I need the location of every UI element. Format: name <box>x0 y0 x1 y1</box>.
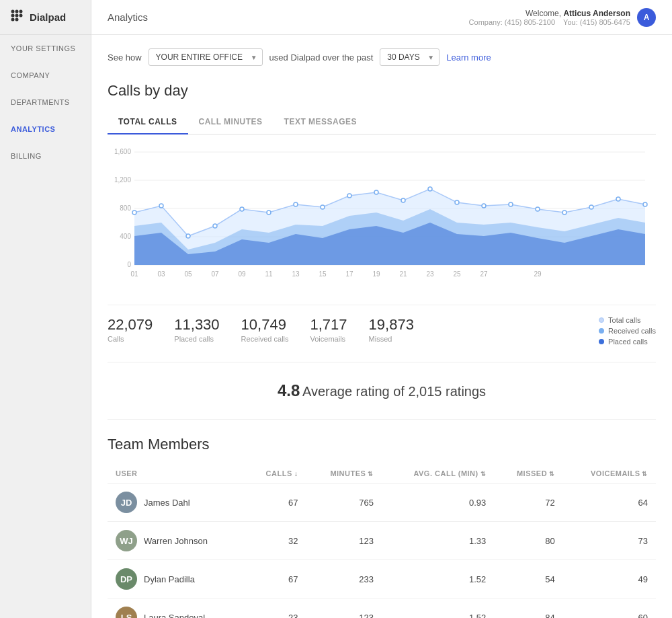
col-avg-call[interactable]: AVG. CALL (MIN) <box>382 464 494 484</box>
calls-by-day-section: Calls by day TOTAL CALLS CALL MINUTES TE… <box>108 82 656 356</box>
topbar: Analytics Welcome, Atticus Anderson Comp… <box>91 0 672 35</box>
legend-total-dot <box>599 317 604 323</box>
user-minutes-1: 123 <box>306 522 382 560</box>
svg-text:15: 15 <box>319 270 327 278</box>
tab-call-minutes[interactable]: CALL MINUTES <box>188 110 274 134</box>
chart-legend: Total calls Received calls Placed calls <box>599 316 656 346</box>
stat-missed: 19,873 Missed <box>369 316 414 343</box>
table-head: USER CALLS MINUTES AVG. CALL (MIN) MISSE… <box>108 464 656 484</box>
user-name-1: Warren Johnson <box>144 536 208 546</box>
learn-more-link[interactable]: Learn more <box>446 52 491 63</box>
logo-area: Dialpad <box>0 0 91 35</box>
stat-missed-value: 19,873 <box>369 316 414 334</box>
stat-missed-label: Missed <box>369 335 414 343</box>
chart-tabs: TOTAL CALLS CALL MINUTES TEXT MESSAGES <box>108 110 656 134</box>
sidebar-item-analytics[interactable]: ANALYTICS <box>0 116 91 143</box>
days-dropdown-wrapper: 30 DAYS 7 DAYS 60 DAYS 90 DAYS ▼ <box>380 48 439 66</box>
svg-text:07: 07 <box>211 270 219 278</box>
svg-point-22 <box>159 204 163 208</box>
svg-point-32 <box>428 187 432 191</box>
col-user: USER <box>108 464 245 484</box>
avatar: A <box>637 8 656 27</box>
stats-row: 22,079 Calls 11,330 Placed calls 10,749 … <box>108 305 656 356</box>
stat-voicemails-label: Voicemails <box>310 335 347 343</box>
tab-total-calls[interactable]: TOTAL CALLS <box>108 110 188 134</box>
svg-text:09: 09 <box>238 270 246 278</box>
stat-calls-value: 22,079 <box>108 316 153 334</box>
svg-text:0: 0 <box>127 261 131 268</box>
svg-text:800: 800 <box>120 204 131 212</box>
sidebar: Dialpad YOUR SETTINGSCOMPANYDEPARTMENTSA… <box>0 0 91 618</box>
svg-point-27 <box>294 202 298 206</box>
user-calls-1: 32 <box>245 522 306 560</box>
svg-text:19: 19 <box>372 270 380 278</box>
user-missed-1: 80 <box>494 522 562 560</box>
legend-placed-dot <box>599 339 604 344</box>
svg-text:400: 400 <box>120 233 131 240</box>
sidebar-item-billing[interactable]: BILLING <box>0 143 91 169</box>
office-dropdown[interactable]: YOUR ENTIRE OFFICE My Team All Teams <box>149 48 263 66</box>
stat-placed-value: 11,330 <box>174 316 219 334</box>
table-body: JD James Dahl 67 765 0.93 72 64 WJ Warre… <box>108 484 656 619</box>
user-avg-call-0: 0.93 <box>382 484 494 522</box>
col-voicemails[interactable]: VOICEMAILS <box>563 464 656 484</box>
stat-received-value: 10,749 <box>241 316 289 334</box>
col-missed[interactable]: MISSED <box>494 464 562 484</box>
see-how-label: See how <box>108 52 142 63</box>
user-calls-3: 23 <box>245 598 306 619</box>
filter-bar: See how YOUR ENTIRE OFFICE My Team All T… <box>108 48 656 66</box>
stat-received: 10,749 Received calls <box>241 316 289 343</box>
user-avatar-1: WJ <box>116 530 137 551</box>
legend-placed: Placed calls <box>599 338 656 346</box>
stat-calls: 22,079 Calls <box>108 316 153 343</box>
user-missed-0: 72 <box>494 484 562 522</box>
user-avatar-3: LS <box>116 607 137 618</box>
sidebar-item-your-settings[interactable]: YOUR SETTINGS <box>0 35 91 62</box>
user-name-2: Dylan Padilla <box>144 574 195 584</box>
svg-text:05: 05 <box>184 270 192 278</box>
welcome-prefix: Welcome, <box>526 9 563 18</box>
user-minutes-2: 233 <box>306 560 382 598</box>
legend-received: Received calls <box>599 327 656 335</box>
col-calls[interactable]: CALLS <box>245 464 306 484</box>
svg-point-36 <box>536 207 540 211</box>
team-title: Team Members <box>108 436 656 453</box>
table-row: LS Laura Sandoval 23 123 1.52 84 60 <box>108 598 656 619</box>
svg-point-31 <box>401 198 405 202</box>
sidebar-item-company[interactable]: COMPANY <box>0 62 91 89</box>
days-dropdown[interactable]: 30 DAYS 7 DAYS 60 DAYS 90 DAYS <box>380 48 439 66</box>
table-row: JD James Dahl 67 765 0.93 72 64 <box>108 484 656 522</box>
user-missed-3: 84 <box>494 598 562 619</box>
dialpad-logo-icon <box>9 8 24 26</box>
stat-voicemails-value: 1,717 <box>310 316 347 334</box>
svg-point-25 <box>240 207 244 211</box>
user-minutes-0: 765 <box>306 484 382 522</box>
svg-point-30 <box>374 190 378 194</box>
svg-point-28 <box>321 205 325 209</box>
svg-point-37 <box>562 210 566 215</box>
legend-received-dot <box>599 328 604 334</box>
stat-calls-label: Calls <box>108 335 153 343</box>
stat-received-label: Received calls <box>241 335 289 343</box>
logo-text: Dialpad <box>30 11 66 23</box>
user-name-3: Laura Sandoval <box>144 613 205 619</box>
content-area: See how YOUR ENTIRE OFFICE My Team All T… <box>91 35 672 618</box>
svg-point-21 <box>132 210 136 215</box>
user-calls-0: 67 <box>245 484 306 522</box>
table-header-row: USER CALLS MINUTES AVG. CALL (MIN) MISSE… <box>108 464 656 484</box>
stat-placed: 11,330 Placed calls <box>174 316 219 343</box>
svg-point-34 <box>482 204 486 208</box>
team-section: Team Members USER CALLS MINUTES AVG. CAL… <box>108 436 656 618</box>
company-phone-label: Company: <box>469 18 503 26</box>
col-minutes[interactable]: MINUTES <box>306 464 382 484</box>
user-avg-call-3: 1.52 <box>382 598 494 619</box>
user-voicemails-1: 73 <box>563 522 656 560</box>
tab-text-messages[interactable]: TEXT MESSAGES <box>274 110 368 134</box>
svg-text:25: 25 <box>453 270 461 278</box>
svg-point-23 <box>186 234 190 238</box>
svg-point-24 <box>213 224 217 228</box>
user-cell-3: LS Laura Sandoval <box>108 598 245 619</box>
sidebar-item-departments[interactable]: DEPARTMENTS <box>0 89 91 116</box>
user-cell-0: JD James Dahl <box>108 484 245 522</box>
user-name: Atticus Anderson <box>563 9 630 18</box>
